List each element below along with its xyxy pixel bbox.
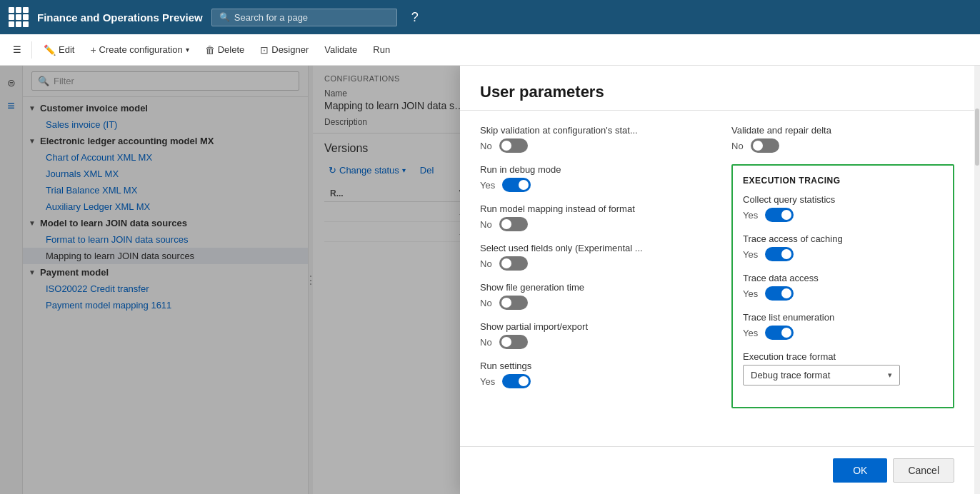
toggle-thumb: [781, 249, 791, 259]
skip-validation-toggle[interactable]: [499, 138, 528, 153]
search-icon: 🔍: [219, 12, 230, 22]
execution-tracing-title: EXECUTION TRACING: [743, 176, 943, 186]
select-used-fields-toggle[interactable]: [499, 256, 528, 271]
hamburger-icon: ☰: [13, 44, 21, 55]
param-validate-repair-label: Validate and repair delta: [731, 125, 954, 136]
param-run-settings-value: Yes: [480, 376, 495, 387]
sidebar-toggle-button[interactable]: ☰: [7, 40, 27, 59]
toolbar: ☰ ✏️ Edit + Create configuration ▾ 🗑 Del…: [0, 34, 980, 66]
toggle-thumb: [781, 210, 791, 220]
toolbar-separator-1: [31, 41, 32, 59]
toggle-thumb: [753, 141, 763, 151]
param-trace-list-value: Yes: [743, 328, 758, 338]
param-run-model-value: No: [480, 219, 492, 230]
param-trace-list-enum: Trace list enumeration Yes: [743, 312, 943, 340]
param-run-model-toggle-row: No: [480, 217, 703, 231]
param-trace-list-label: Trace list enumeration: [743, 312, 943, 323]
run-model-mapping-toggle[interactable]: [499, 217, 528, 231]
app-title: Finance and Operations Preview: [37, 11, 203, 24]
plus-icon: +: [90, 44, 96, 56]
edit-icon: ✏️: [44, 44, 56, 56]
trace-data-access-toggle[interactable]: [765, 286, 794, 301]
modal-scrollbar[interactable]: [974, 66, 980, 494]
param-show-partial-import: Show partial import/export No: [480, 321, 703, 349]
main-layout: ⊜ ≡ 🔍 Filter ▼ Customer invoice model Sa…: [0, 66, 980, 494]
param-trace-data-toggle-row: Yes: [743, 286, 943, 301]
modal-body: Skip validation at configuration's stat.…: [460, 111, 974, 446]
dropdown-selected-value: Debug trace format: [751, 370, 830, 380]
show-file-gen-toggle[interactable]: [499, 296, 528, 310]
param-show-file-gen-value: No: [480, 298, 492, 308]
ok-button[interactable]: OK: [833, 458, 887, 483]
param-trace-list-toggle-row: Yes: [743, 326, 943, 340]
validate-button[interactable]: Validate: [317, 40, 364, 59]
param-exec-trace-format-label: Execution trace format: [743, 351, 943, 362]
delete-button[interactable]: 🗑 Delete: [198, 40, 252, 60]
param-trace-access-label: Trace access of caching: [743, 233, 943, 244]
param-show-partial-value: No: [480, 337, 492, 348]
param-validate-repair-value: No: [731, 141, 744, 151]
delete-label: Delete: [218, 44, 245, 55]
param-validate-repair-delta: Validate and repair delta No: [731, 125, 954, 153]
toggle-thumb: [501, 298, 511, 308]
cancel-button[interactable]: Cancel: [893, 458, 954, 483]
execution-tracing-box: EXECUTION TRACING Collect query statisti…: [731, 164, 954, 408]
designer-button[interactable]: ⊡ Designer: [253, 40, 316, 60]
param-show-file-gen-time: Show file generation time No: [480, 282, 703, 310]
toggle-thumb: [501, 219, 511, 229]
toggle-thumb: [501, 258, 511, 268]
param-trace-data-label: Trace data access: [743, 273, 943, 283]
trace-access-caching-toggle[interactable]: [765, 247, 794, 261]
edit-button[interactable]: ✏️ Edit: [36, 40, 81, 60]
param-select-used-value: No: [480, 258, 492, 269]
param-select-used-label: Select used fields only (Experimental ..…: [480, 243, 703, 253]
param-collect-query-label: Collect query statistics: [743, 194, 943, 205]
toggle-thumb: [519, 180, 529, 190]
param-run-settings-label: Run settings: [480, 361, 703, 371]
run-button[interactable]: Run: [366, 40, 397, 59]
param-run-debug-value: Yes: [480, 180, 495, 191]
validate-repair-toggle[interactable]: [751, 138, 779, 153]
param-run-settings-toggle-row: Yes: [480, 374, 703, 388]
run-debug-mode-toggle[interactable]: [502, 178, 531, 192]
execution-trace-format-dropdown[interactable]: Debug trace format ▾: [743, 365, 900, 385]
param-collect-query-stats: Collect query statistics Yes: [743, 194, 943, 222]
param-show-partial-label: Show partial import/export: [480, 321, 703, 332]
modal-overlay: User parameters Skip validation at confi…: [0, 66, 980, 494]
show-partial-import-toggle[interactable]: [499, 335, 528, 349]
toggle-thumb: [501, 337, 511, 347]
param-run-debug-label: Run in debug mode: [480, 164, 703, 175]
param-trace-access-caching: Trace access of caching Yes: [743, 233, 943, 261]
top-nav: Finance and Operations Preview 🔍 Search …: [0, 0, 980, 34]
app-grid-icon[interactable]: [9, 7, 29, 27]
create-label: Create configuration: [99, 44, 183, 55]
modal-right-column: Validate and repair delta No EXECUTION T…: [731, 125, 954, 432]
designer-icon: ⊡: [260, 44, 269, 56]
toggle-thumb: [501, 141, 511, 151]
param-collect-query-toggle-row: Yes: [743, 208, 943, 222]
param-trace-data-access: Trace data access Yes: [743, 273, 943, 301]
help-icon[interactable]: ?: [406, 7, 424, 28]
param-run-debug-mode: Run in debug mode Yes: [480, 164, 703, 192]
modal-left-column: Skip validation at configuration's stat.…: [480, 125, 703, 432]
delete-icon: 🗑: [205, 44, 215, 56]
create-chevron-icon: ▾: [186, 46, 189, 54]
param-trace-access-toggle-row: Yes: [743, 247, 943, 261]
designer-label: Designer: [271, 44, 309, 55]
param-run-model-mapping: Run model mapping instead of format No: [480, 203, 703, 231]
param-trace-access-value: Yes: [743, 249, 758, 260]
param-run-settings: Run settings Yes: [480, 361, 703, 388]
modal-title: User parameters: [480, 83, 954, 101]
create-configuration-button[interactable]: + Create configuration ▾: [83, 40, 196, 60]
modal-footer: OK Cancel: [460, 446, 974, 494]
collect-query-stats-toggle[interactable]: [765, 208, 794, 222]
search-placeholder: Search for a page: [234, 12, 308, 23]
param-show-partial-toggle-row: No: [480, 335, 703, 349]
user-parameters-modal: User parameters Skip validation at confi…: [460, 66, 974, 494]
toggle-thumb: [519, 376, 529, 386]
trace-list-enum-toggle[interactable]: [765, 326, 794, 340]
toggle-thumb: [781, 328, 791, 338]
param-skip-validation-label: Skip validation at configuration's stat.…: [480, 125, 703, 136]
run-settings-toggle[interactable]: [502, 374, 531, 388]
search-bar[interactable]: 🔍 Search for a page: [211, 9, 397, 26]
